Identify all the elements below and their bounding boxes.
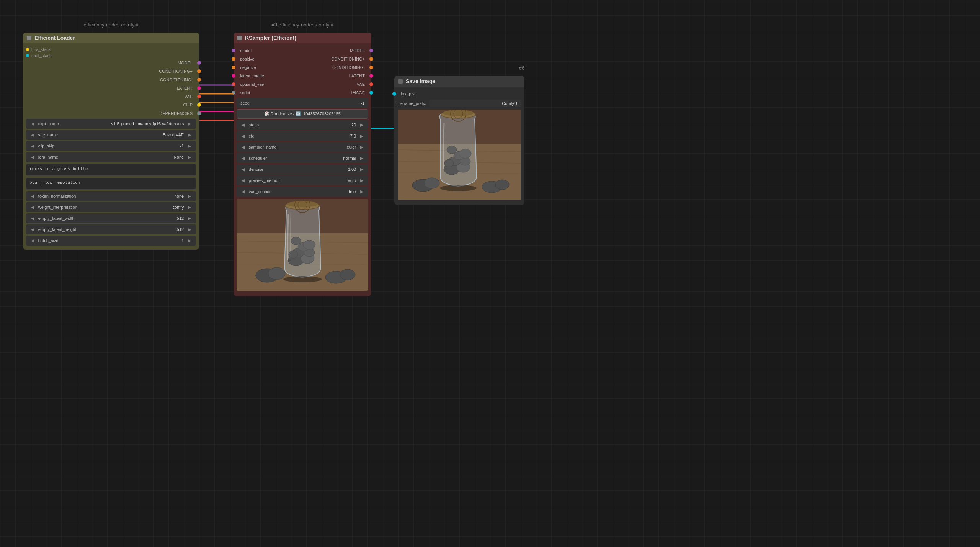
vae-name-widget[interactable]: ◄ vae_name Baked VAE ►: [26, 130, 196, 140]
input-negative-label: negative: [238, 65, 256, 70]
input-vae-label: optional_vae: [238, 82, 264, 87]
clip-skip-prev-btn[interactable]: ◄: [28, 143, 37, 149]
denoise-widget[interactable]: ◄ denoise 1.00 ►: [237, 164, 368, 174]
steps-widget[interactable]: ◄ steps 20 ►: [237, 120, 368, 130]
output-cond-neg: CONDITIONING-: [23, 75, 199, 84]
clip-skip-widget[interactable]: ◄ clip_skip -1 ►: [26, 141, 196, 151]
cfg-widget[interactable]: ◄ cfg 7.0 ►: [237, 131, 368, 141]
seed-widget[interactable]: seed -1: [237, 98, 368, 108]
input-images: images: [394, 90, 524, 98]
denoise-next[interactable]: ►: [358, 166, 366, 172]
input-positive-label: positive: [238, 57, 254, 61]
lora-name-widget[interactable]: ◄ lora_name None ►: [26, 152, 196, 162]
negative-text[interactable]: blur, low resolution: [26, 177, 196, 190]
sampler-name-value: euler: [345, 145, 358, 149]
output-latent-label: LATENT: [177, 86, 195, 90]
output-k-model: MODEL: [302, 46, 371, 55]
scheduler-widget[interactable]: ◄ scheduler normal ►: [237, 153, 368, 163]
svg-point-15: [291, 237, 301, 245]
subport-lora-stack: lora_stack: [23, 46, 199, 52]
efficient-loader-header: Efficient Loader: [23, 33, 199, 43]
sampler-name-prev[interactable]: ◄: [239, 144, 247, 150]
sampler-name-next[interactable]: ►: [358, 144, 366, 150]
seed-label: seed: [239, 101, 359, 105]
clip-skip-label: clip_skip: [37, 144, 179, 148]
batch-size-value: 1: [180, 238, 185, 243]
output-k-cond-neg: CONDITIONING-: [302, 63, 371, 72]
output-k-image-dot: [369, 91, 373, 95]
randomize-button[interactable]: 🎲 Randomize / 🔄 1043526703206165: [237, 109, 368, 119]
input-negative-dot: [232, 66, 235, 69]
token-norm-widget[interactable]: ◄ token_normalization none ►: [26, 191, 196, 201]
lora-prev-btn[interactable]: ◄: [28, 154, 37, 160]
latent-width-prev[interactable]: ◄: [28, 215, 37, 221]
weight-interp-widget[interactable]: ◄ weight_interpretation comfy ►: [26, 202, 196, 212]
ksampler-ports: model positive negative latent_image opt…: [234, 46, 371, 97]
output-k-image: IMAGE: [302, 88, 371, 97]
save-image-node: #6 Save Image images filename_prefix Com…: [394, 76, 524, 205]
scheduler-prev[interactable]: ◄: [239, 155, 247, 161]
steps-label: steps: [247, 123, 350, 127]
clip-skip-next-btn[interactable]: ►: [185, 143, 194, 149]
token-norm-next[interactable]: ►: [185, 193, 194, 199]
denoise-label: denoise: [247, 167, 346, 172]
scheduler-next[interactable]: ►: [358, 155, 366, 161]
token-norm-prev[interactable]: ◄: [28, 193, 37, 199]
steps-prev[interactable]: ◄: [239, 122, 247, 128]
batch-size-prev[interactable]: ◄: [28, 237, 37, 244]
vae-name-label: vae_name: [37, 133, 161, 137]
svg-point-37: [447, 146, 457, 154]
ckpt-prev-btn[interactable]: ◄: [28, 121, 37, 127]
lora-next-btn[interactable]: ►: [185, 154, 194, 160]
denoise-prev[interactable]: ◄: [239, 166, 247, 172]
svg-point-40: [424, 178, 439, 188]
lora-stack-dot: [26, 48, 29, 51]
ckpt-name-value: v1-5-pruned-emaonly-fp16.safetensors: [110, 121, 186, 126]
vae-decode-next[interactable]: ►: [358, 188, 366, 195]
input-optional-vae: optional_vae: [234, 80, 302, 88]
steps-next[interactable]: ►: [358, 122, 366, 128]
latent-height-prev[interactable]: ◄: [28, 226, 37, 233]
weight-interp-prev[interactable]: ◄: [28, 204, 37, 210]
preview-next[interactable]: ►: [358, 177, 366, 183]
seed-value: -1: [359, 101, 366, 105]
vae-decode-prev[interactable]: ◄: [239, 188, 247, 195]
cfg-prev[interactable]: ◄: [239, 133, 247, 139]
batch-size-next[interactable]: ►: [185, 237, 194, 244]
weight-interp-next[interactable]: ►: [185, 204, 194, 210]
latent-width-next[interactable]: ►: [185, 215, 194, 221]
output-k-cond-pos: CONDITIONING+: [302, 55, 371, 63]
efficient-loader-node: efficiency-nodes-comfyui Efficient Loade…: [23, 33, 199, 250]
ckpt-name-widget[interactable]: ◄ ckpt_name v1-5-pruned-emaonly-fp16.saf…: [26, 119, 196, 129]
latent-height-next[interactable]: ►: [185, 226, 194, 233]
cnet-stack-label: cnet_stack: [31, 53, 52, 58]
preview-prev[interactable]: ◄: [239, 177, 247, 183]
output-latent-dot: [197, 86, 201, 90]
sampler-name-widget[interactable]: ◄ sampler_name euler ►: [237, 142, 368, 152]
output-k-cond-neg-dot: [369, 66, 373, 69]
latent-height-value: 512: [175, 227, 185, 232]
svg-point-21: [283, 276, 322, 282]
latent-width-value: 512: [175, 216, 185, 221]
svg-point-16: [303, 240, 315, 249]
vae-prev-btn[interactable]: ◄: [28, 132, 37, 138]
preview-value: auto: [346, 178, 358, 183]
ksampler-outputs-col: MODEL CONDITIONING+ CONDITIONING- LATENT…: [302, 46, 371, 97]
vae-next-btn[interactable]: ►: [185, 132, 194, 138]
ckpt-next-btn[interactable]: ►: [185, 121, 194, 127]
preview-method-widget[interactable]: ◄ preview_method auto ►: [237, 175, 368, 185]
vae-decode-widget[interactable]: ◄ vae_decode true ►: [237, 187, 368, 197]
latent-width-widget[interactable]: ◄ empty_latent_width 512 ►: [26, 213, 196, 223]
latent-height-widget[interactable]: ◄ empty_latent_height 512 ►: [26, 224, 196, 234]
output-k-image-label: IMAGE: [302, 90, 367, 95]
vae-name-value: Baked VAE: [161, 133, 185, 137]
svg-point-38: [459, 149, 471, 158]
output-clip: CLIP: [23, 101, 199, 109]
output-k-latent-label: LATENT: [302, 74, 367, 78]
output-k-cond-pos-label: CONDITIONING+: [302, 57, 367, 61]
positive-text[interactable]: rocks in a glass bottle: [26, 164, 196, 176]
filename-prefix-value[interactable]: ComfyUI: [429, 100, 521, 107]
cfg-next[interactable]: ►: [358, 133, 366, 139]
batch-size-widget[interactable]: ◄ batch_size 1 ►: [26, 236, 196, 246]
output-cond-neg-label: CONDITIONING-: [160, 77, 195, 82]
